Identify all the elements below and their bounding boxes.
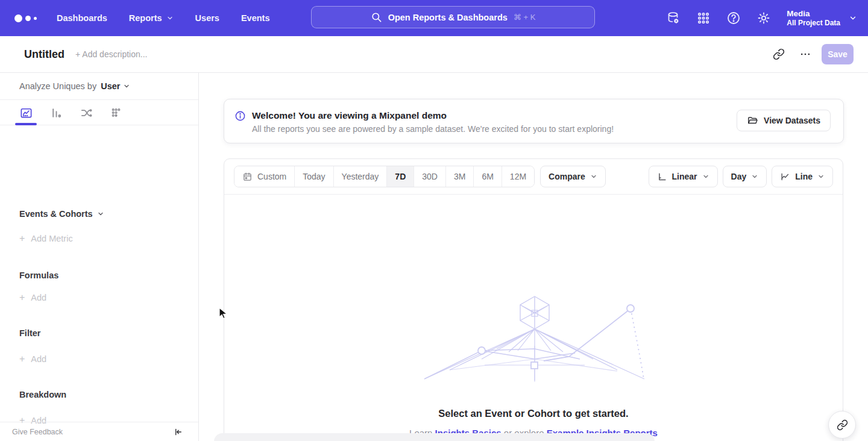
settings-gear-icon[interactable] xyxy=(756,11,771,25)
range-7d-label: 7D xyxy=(395,172,406,181)
empty-state-title: Select an Event or Cohort to get started… xyxy=(224,408,843,419)
search-label: Open Reports & Dashboards xyxy=(388,13,508,22)
add-formula-button[interactable]: + Add xyxy=(19,292,46,303)
chevron-down-icon xyxy=(702,173,709,180)
chevron-down-icon xyxy=(166,14,174,22)
axis-linear-icon xyxy=(657,172,667,182)
scale-label: Linear xyxy=(672,172,697,181)
folder-open-icon xyxy=(747,115,758,127)
chevron-down-icon xyxy=(849,14,857,22)
analyze-value: User xyxy=(101,81,120,91)
chart-type-label: Line xyxy=(795,172,813,181)
chevron-down-icon xyxy=(590,173,597,180)
search-shortcut: ⌘ + K xyxy=(514,13,536,22)
topnav-right: Media All Project Data xyxy=(666,0,857,36)
insights-chart-panel: Custom Today Yesterday 7D 30D 3M 6M 12M … xyxy=(224,158,843,441)
range-today-label: Today xyxy=(303,172,325,181)
chevron-down-icon xyxy=(817,173,825,180)
give-feedback-link[interactable]: Give Feedback xyxy=(12,428,63,436)
range-12m[interactable]: 12M xyxy=(502,166,534,187)
chevron-down-icon xyxy=(97,210,104,217)
nav-events[interactable]: Events xyxy=(241,13,270,23)
chevron-down-icon xyxy=(123,83,130,90)
nav-users[interactable]: Users xyxy=(195,13,219,23)
top-nav: Dashboards Reports Users Events Open Rep… xyxy=(0,0,868,36)
more-options-icon[interactable] xyxy=(795,44,816,64)
range-custom[interactable]: Custom xyxy=(234,166,295,187)
chevron-down-icon xyxy=(751,173,758,180)
empty-state: Select an Event or Cohort to get started… xyxy=(224,195,843,441)
range-12m-label: 12M xyxy=(510,172,526,181)
nav-reports[interactable]: Reports xyxy=(129,13,174,23)
tab-insights[interactable] xyxy=(18,101,34,125)
info-icon xyxy=(234,110,246,122)
range-6m-label: 6M xyxy=(482,172,493,181)
primary-nav: Dashboards Reports Users Events xyxy=(57,13,269,23)
demo-welcome-banner: Welcome! You are viewing a Mixpanel demo… xyxy=(224,99,844,143)
formulas-section: Formulas xyxy=(19,271,58,280)
range-yesterday[interactable]: Yesterday xyxy=(334,166,388,187)
view-datasets-button[interactable]: View Datasets xyxy=(737,110,831,131)
global-search-bar[interactable]: Open Reports & Dashboards ⌘ + K xyxy=(311,6,595,28)
compare-label: Compare xyxy=(549,172,585,181)
add-filter-button[interactable]: + Add xyxy=(19,354,46,364)
bottom-table-edge xyxy=(214,433,655,441)
report-header: Untitled + Add description... Save xyxy=(0,36,868,73)
add-metric-button[interactable]: + Add Metric xyxy=(19,233,73,244)
retention-dots-icon xyxy=(110,106,124,120)
insights-chart-icon xyxy=(19,106,33,120)
interval-dropdown[interactable]: Day xyxy=(723,166,767,187)
empty-state-illustration xyxy=(412,286,653,388)
range-30d-label: 30D xyxy=(422,172,438,181)
nav-events-label: Events xyxy=(241,13,270,23)
plus-icon: + xyxy=(19,354,25,364)
data-management-icon[interactable] xyxy=(666,11,681,25)
compare-dropdown[interactable]: Compare xyxy=(540,166,606,187)
range-7d[interactable]: 7D xyxy=(387,166,414,187)
add-description-field[interactable]: + Add description... xyxy=(75,49,147,59)
project-name: Media xyxy=(787,8,840,19)
apps-grid-icon[interactable] xyxy=(696,11,711,25)
calendar-icon xyxy=(242,172,253,182)
link-icon xyxy=(837,419,848,431)
nav-dashboards[interactable]: Dashboards xyxy=(57,13,107,23)
tab-funnels[interactable] xyxy=(48,101,64,125)
report-type-tabs xyxy=(0,101,198,125)
analyze-by-selector[interactable]: User xyxy=(101,81,130,91)
add-formula-label: Add xyxy=(31,293,46,302)
bars-chart-icon xyxy=(49,106,63,120)
tab-flows[interactable] xyxy=(78,101,94,125)
range-custom-label: Custom xyxy=(257,172,286,181)
search-icon xyxy=(371,11,382,23)
range-3m[interactable]: 3M xyxy=(446,166,474,187)
query-builder-sidebar: Analyze Uniques by User Events & Cohorts… xyxy=(0,73,199,441)
save-button[interactable]: Save xyxy=(822,44,854,64)
share-link-fab[interactable] xyxy=(828,411,856,439)
report-title[interactable]: Untitled xyxy=(24,48,64,61)
events-cohorts-section[interactable]: Events & Cohorts xyxy=(19,209,104,219)
range-6m[interactable]: 6M xyxy=(474,166,502,187)
range-30d[interactable]: 30D xyxy=(414,166,446,187)
range-yesterday-label: Yesterday xyxy=(342,172,379,181)
breakdown-label: Breakdown xyxy=(19,390,66,399)
help-icon[interactable] xyxy=(726,11,741,25)
range-today[interactable]: Today xyxy=(295,166,333,187)
interval-label: Day xyxy=(731,172,747,181)
plus-icon: + xyxy=(19,233,25,244)
plus-icon: + xyxy=(19,292,25,303)
tab-retention[interactable] xyxy=(108,101,124,125)
copy-link-icon[interactable] xyxy=(769,44,789,64)
banner-title: Welcome! You are viewing a Mixpanel demo xyxy=(252,110,614,122)
project-switcher[interactable]: Media All Project Data xyxy=(787,8,857,28)
trend-line-icon xyxy=(780,172,790,182)
chart-type-dropdown[interactable]: Line xyxy=(772,166,833,187)
range-3m-label: 3M xyxy=(454,172,465,181)
add-metric-label: Add Metric xyxy=(31,234,72,243)
nav-users-label: Users xyxy=(195,13,219,23)
add-filter-label: Add xyxy=(31,354,46,364)
collapse-sidebar-icon[interactable] xyxy=(173,427,183,437)
sidebar-footer: Give Feedback xyxy=(0,422,198,441)
formulas-label: Formulas xyxy=(19,271,58,280)
scale-dropdown[interactable]: Linear xyxy=(649,166,718,187)
mixpanel-logo-icon[interactable] xyxy=(14,14,42,22)
